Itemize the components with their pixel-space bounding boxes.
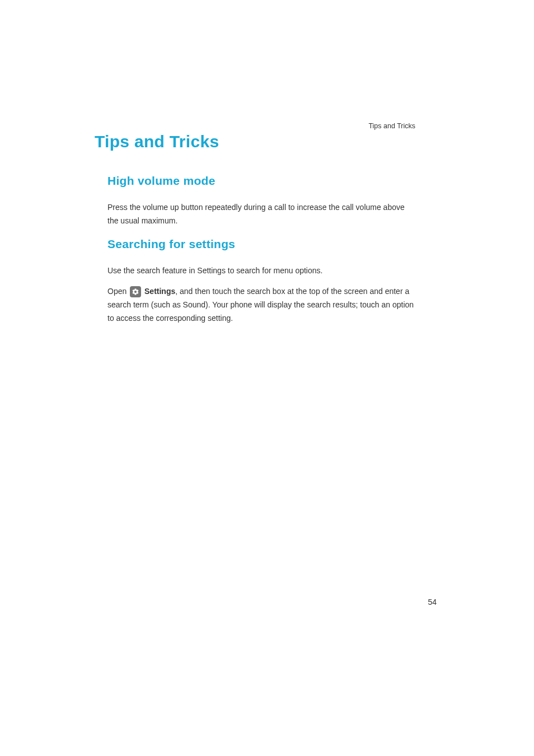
- section-searching-settings-title: Searching for settings: [107, 237, 235, 251]
- section-high-volume-title: High volume mode: [107, 174, 216, 188]
- section-searching-settings-body-1: Use the search feature in Settings to se…: [107, 264, 416, 277]
- settings-icon: [130, 286, 141, 297]
- body-2-open-text: Open: [107, 287, 129, 296]
- settings-label: Settings: [144, 287, 175, 296]
- header-breadcrumb: Tips and Tricks: [368, 122, 415, 130]
- section-high-volume-body: Press the volume up button repeatedly du…: [107, 200, 416, 227]
- section-searching-settings-body-2: Open Settings, and then touch the search…: [107, 284, 416, 325]
- page-number: 54: [428, 598, 437, 606]
- page-title: Tips and Tricks: [95, 132, 219, 151]
